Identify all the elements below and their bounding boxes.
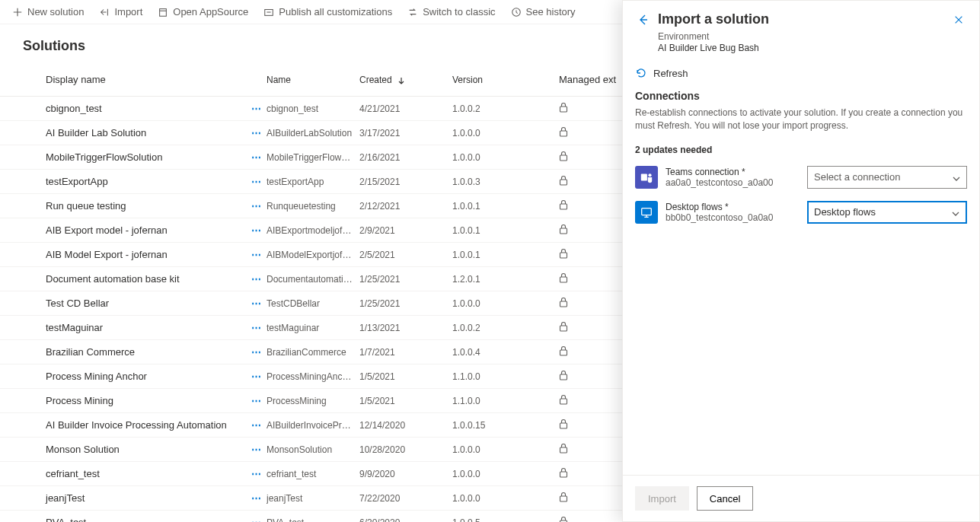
cell-created: 1/5/2021 bbox=[359, 396, 452, 406]
cell-created: 2/12/2021 bbox=[359, 201, 452, 212]
row-actions-button[interactable]: ⋯ bbox=[251, 346, 267, 358]
cell-version: 1.0.0.2 bbox=[452, 323, 559, 333]
refresh-button[interactable]: Refresh bbox=[635, 67, 967, 79]
back-button[interactable] bbox=[635, 11, 652, 28]
cell-created: 2/5/2021 bbox=[359, 250, 452, 260]
close-button[interactable] bbox=[950, 11, 967, 28]
connection-row: Desktop flows *bb0b0_testcontoso_0a0a0De… bbox=[635, 201, 967, 224]
cell-name: cbignon_test bbox=[267, 103, 359, 114]
row-actions-button[interactable]: ⋯ bbox=[251, 224, 267, 236]
cell-managed bbox=[559, 345, 620, 358]
row-actions-button[interactable]: ⋯ bbox=[251, 200, 267, 212]
col-managed-ext[interactable]: Managed ext bbox=[559, 74, 620, 85]
col-version[interactable]: Version bbox=[452, 75, 559, 85]
open-appsource-button[interactable]: Open AppSource bbox=[152, 3, 254, 21]
row-actions-button[interactable]: ⋯ bbox=[251, 273, 267, 285]
lock-icon bbox=[559, 516, 568, 522]
cell-version: 1.1.0.0 bbox=[452, 371, 559, 382]
cell-created: 4/21/2021 bbox=[359, 103, 452, 114]
panel-header: Import a solution bbox=[623, 1, 979, 31]
cell-display-name: Process Mining bbox=[46, 395, 251, 406]
row-actions-button[interactable]: ⋯ bbox=[251, 127, 267, 138]
cell-managed bbox=[559, 126, 620, 139]
cell-name: TestCDBellar bbox=[267, 298, 359, 309]
col-created[interactable]: Created bbox=[359, 75, 452, 85]
cell-name: Runqueuetesting bbox=[267, 201, 359, 212]
row-actions-button[interactable]: ⋯ bbox=[251, 371, 267, 382]
cell-name: AIBuilderLabSolution bbox=[267, 128, 359, 138]
switch-classic-button[interactable]: Switch to classic bbox=[401, 3, 501, 21]
new-solution-button[interactable]: New solution bbox=[6, 3, 90, 21]
cell-name: MobileTriggerFlowS... bbox=[267, 152, 359, 163]
cell-display-name: testMaguinar bbox=[46, 322, 251, 333]
import-button[interactable]: Import bbox=[93, 3, 148, 21]
lock-icon bbox=[559, 151, 568, 164]
cell-managed bbox=[559, 248, 620, 261]
cancel-button[interactable]: Cancel bbox=[697, 486, 753, 511]
cell-version: 1.0.0.4 bbox=[452, 347, 559, 358]
connection-id: aa0a0_testcontoso_a0a00 bbox=[666, 177, 800, 188]
row-actions-button[interactable]: ⋯ bbox=[251, 517, 267, 522]
refresh-label: Refresh bbox=[653, 68, 688, 79]
cell-managed bbox=[559, 151, 620, 164]
publish-icon bbox=[263, 7, 274, 18]
cell-display-name: PVA_test bbox=[46, 517, 251, 522]
cell-version: 1.0.0.3 bbox=[452, 177, 559, 187]
cell-created: 10/28/2020 bbox=[359, 444, 452, 455]
cell-display-name: MobileTriggerFlowSolution bbox=[46, 151, 251, 163]
svg-rect-9 bbox=[560, 253, 567, 258]
row-actions-button[interactable]: ⋯ bbox=[251, 103, 267, 114]
svg-rect-8 bbox=[560, 228, 567, 234]
cell-managed bbox=[559, 394, 620, 407]
cell-version: 1.0.0.0 bbox=[452, 152, 559, 163]
connection-id: bb0b0_testcontoso_0a0a0 bbox=[666, 212, 800, 223]
back-arrow-icon bbox=[637, 14, 650, 26]
row-actions-button[interactable]: ⋯ bbox=[251, 249, 267, 260]
cell-display-name: Run queue testing bbox=[46, 200, 251, 212]
svg-point-22 bbox=[648, 173, 651, 177]
chevron-down-icon bbox=[953, 173, 960, 181]
cell-created: 1/13/2021 bbox=[359, 323, 452, 333]
svg-rect-6 bbox=[560, 180, 567, 185]
cell-version: 1.0.0.0 bbox=[452, 128, 559, 138]
row-actions-button[interactable]: ⋯ bbox=[251, 151, 267, 163]
connection-select[interactable]: Desktop flows bbox=[807, 201, 967, 224]
row-actions-button[interactable]: ⋯ bbox=[251, 176, 267, 187]
cell-display-name: cefriant_test bbox=[46, 468, 251, 479]
lock-icon bbox=[559, 126, 568, 139]
sort-descending-icon bbox=[397, 76, 405, 84]
lock-icon bbox=[559, 199, 568, 212]
svg-rect-3 bbox=[560, 107, 567, 112]
publish-all-button[interactable]: Publish all customizations bbox=[257, 3, 398, 21]
row-actions-button[interactable]: ⋯ bbox=[251, 419, 267, 431]
cell-name: ProcessMiningAnchor bbox=[267, 371, 359, 382]
col-display-name[interactable]: Display name bbox=[46, 74, 251, 85]
connection-row: Teams connection *aa0a0_testcontoso_a0a0… bbox=[635, 166, 967, 189]
lock-icon bbox=[559, 419, 568, 431]
see-history-button[interactable]: See history bbox=[505, 3, 582, 21]
row-actions-button[interactable]: ⋯ bbox=[251, 322, 267, 333]
row-actions-button[interactable]: ⋯ bbox=[251, 395, 267, 406]
row-actions-button[interactable]: ⋯ bbox=[251, 492, 267, 504]
cell-display-name: Document automation base kit bbox=[46, 273, 251, 285]
row-actions-button[interactable]: ⋯ bbox=[251, 444, 267, 455]
svg-rect-19 bbox=[560, 496, 567, 501]
cell-version: 1.0.0.15 bbox=[452, 420, 559, 431]
lock-icon bbox=[559, 443, 568, 456]
row-actions-button[interactable]: ⋯ bbox=[251, 298, 267, 309]
lock-icon bbox=[559, 272, 568, 285]
svg-rect-0 bbox=[160, 8, 167, 16]
cell-version: 1.1.0.0 bbox=[452, 396, 559, 406]
cell-managed bbox=[559, 419, 620, 431]
row-actions-button[interactable]: ⋯ bbox=[251, 468, 267, 479]
col-name[interactable]: Name bbox=[267, 75, 359, 85]
connection-select[interactable]: Select a connection bbox=[807, 166, 967, 189]
panel-body: Refresh Connections Re-establish connect… bbox=[623, 53, 979, 475]
cell-created: 2/15/2021 bbox=[359, 177, 452, 187]
cell-version: 1.2.0.1 bbox=[452, 274, 559, 285]
cell-managed bbox=[559, 175, 620, 188]
connection-name: Desktop flows * bbox=[666, 202, 800, 212]
import-action-button: Import bbox=[635, 486, 689, 511]
cell-display-name: Process Mining Anchor bbox=[46, 371, 251, 382]
lock-icon bbox=[559, 321, 568, 334]
